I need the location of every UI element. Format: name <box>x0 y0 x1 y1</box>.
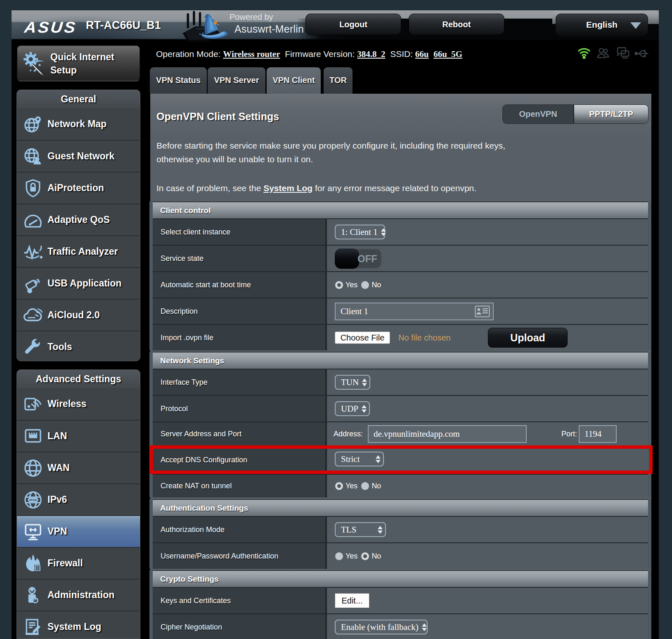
svg-text:IPV6: IPV6 <box>29 498 37 502</box>
